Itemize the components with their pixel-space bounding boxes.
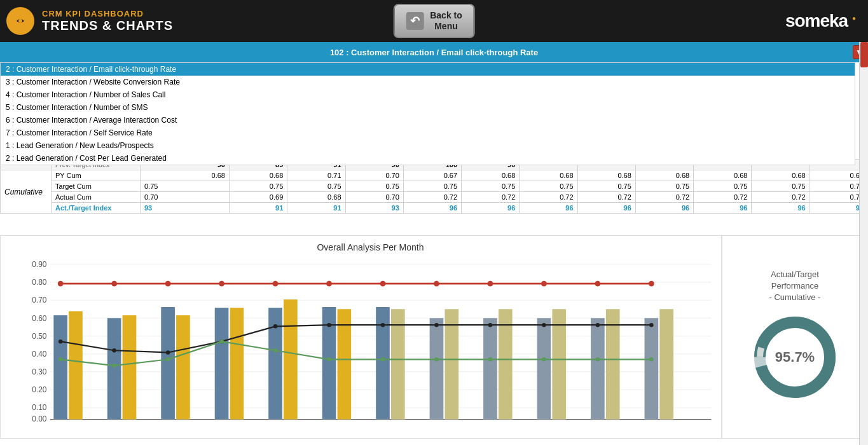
cell-idx-4: 93 — [345, 203, 403, 214]
cell-py-3: 0.71 — [287, 170, 345, 181]
table-row-index: Act./Target Index 93 91 91 93 96 96 96 9… — [1, 203, 868, 214]
cell-tc-9: 0.75 — [635, 181, 693, 192]
cell-ac-1: 0.70 — [141, 192, 230, 203]
svg-text:0.90: 0.90 — [32, 260, 47, 269]
dot-red-2 — [111, 281, 117, 287]
bar-py-oct — [537, 318, 551, 419]
cell-tc-10: 0.75 — [694, 181, 752, 192]
dot-black-2 — [112, 348, 116, 353]
cell-target-cum-label: Target Cum — [52, 181, 141, 192]
dropdown-item-3[interactable]: 5 : Customer Interaction / Number of SMS — [1, 101, 855, 114]
dot-red-4 — [219, 281, 224, 287]
dot-red-3 — [165, 281, 171, 287]
dot-red-11 — [595, 281, 601, 287]
dropdown-item-0[interactable]: 2 : Customer Interaction / Email click-t… — [1, 63, 855, 76]
back-btn-label: Back toMenu — [430, 10, 462, 32]
cell-py-9: 0.68 — [635, 170, 693, 181]
bar-target-dec — [659, 309, 673, 419]
dot-black-1 — [59, 339, 62, 344]
dropdown-menu: 2 : Customer Interaction / Email click-t… — [0, 62, 855, 165]
cell-tc-3: 0.75 — [287, 181, 345, 192]
dropdown-item-7[interactable]: 2 : Lead Generation / Cost Per Lead Gene… — [1, 152, 855, 165]
dropdown-item-5[interactable]: 7 : Customer Interaction / Self Service … — [1, 127, 855, 139]
cell-py-4: 0.70 — [345, 170, 403, 181]
svg-text:0.50: 0.50 — [32, 332, 47, 341]
svg-text:0.20: 0.20 — [32, 385, 47, 394]
cell-ac-3: 0.68 — [287, 192, 345, 203]
bar-target-may — [284, 299, 298, 419]
dot-black-7 — [381, 323, 385, 327]
cell-py-1: 0.68 — [141, 170, 230, 181]
cell-py-8: 0.68 — [577, 170, 635, 181]
back-arrow-icon: ↶ — [406, 12, 424, 30]
dropdown-item-2[interactable]: 4 : Customer Interaction / Number of Sal… — [1, 88, 855, 101]
bar-py-jan — [53, 315, 67, 420]
dot-green-6 — [327, 357, 331, 362]
cell-ac-4: 0.70 — [345, 192, 403, 203]
bar-py-feb — [107, 318, 121, 419]
svg-point-1 — [18, 19, 22, 23]
cell-tc-8: 0.75 — [577, 181, 635, 192]
cell-ac-7: 0.72 — [520, 192, 577, 203]
svg-text:0.00: 0.00 — [32, 414, 47, 423]
bar-py-dec — [645, 318, 659, 419]
svg-text:0.80: 0.80 — [32, 278, 47, 287]
dot-green-5 — [273, 348, 277, 353]
dropdown-item-6[interactable]: 1 : Lead Generation / New Leads/Prospect… — [1, 139, 855, 152]
cell-ac-2: 0.69 — [230, 192, 287, 203]
bar-py-nov — [591, 318, 605, 419]
cell-ac-11: 0.72 — [752, 192, 809, 203]
cell-idx-5: 96 — [403, 203, 461, 214]
chart-svg: 0.90 0.80 0.70 0.60 0.50 0.40 0.30 0.20 … — [26, 257, 715, 423]
dot-black-3 — [166, 350, 170, 355]
cell-ac-8: 0.72 — [577, 192, 635, 203]
someka-logo: someka ● — [785, 11, 855, 31]
dropdown-item-4[interactable]: 6 : Customer Interaction / Average Inter… — [1, 114, 855, 127]
dot-green-1 — [59, 357, 62, 362]
cell-tc-11: 0.75 — [752, 181, 809, 192]
dot-green-3 — [166, 357, 170, 362]
back-to-menu-button[interactable]: ↶ Back toMenu — [393, 4, 475, 38]
donut-title: Actual/TargetPerformance- Cumulative - — [769, 269, 821, 304]
table-row-actual-cum: Actual Cum 0.70 0.69 0.68 0.70 0.72 0.72… — [1, 192, 868, 203]
cell-tc-4: 0.75 — [345, 181, 403, 192]
cell-tc-6: 0.75 — [462, 181, 520, 192]
dot-red-6 — [326, 281, 332, 287]
header: CRM KPI DASHBOARD TRENDS & CHARTS ↶ Back… — [0, 0, 868, 42]
table-row-py-cum: Cumulative PY Cum 0.68 0.68 0.71 0.70 0.… — [1, 170, 868, 181]
dot-black-10 — [542, 323, 546, 327]
cell-py-cum-label: PY Cum — [52, 170, 141, 181]
cell-idx-6: 96 — [462, 203, 520, 214]
dot-red-9 — [488, 281, 493, 287]
dot-green-4 — [219, 339, 223, 344]
bar-py-mar — [161, 307, 175, 420]
donut-container: 95.7% — [747, 310, 843, 405]
data-table: Prev. Target Index 90 89 91 90 100 90 Cu… — [0, 159, 868, 214]
logo-circle — [6, 7, 34, 35]
dot-green-7 — [381, 357, 385, 362]
donut-center-value: 95.7% — [775, 349, 815, 366]
svg-text:0.60: 0.60 — [32, 314, 47, 323]
cell-py-2: 0.68 — [230, 170, 287, 181]
cell-idx-8: 96 — [577, 203, 635, 214]
dot-black-6 — [327, 323, 331, 327]
svg-text:0.40: 0.40 — [32, 350, 47, 359]
dot-black-12 — [649, 323, 653, 327]
cell-idx-1: 93 — [141, 203, 230, 214]
cell-ac-9: 0.72 — [635, 192, 693, 203]
cell-idx-7: 96 — [520, 203, 577, 214]
header-titles: CRM KPI DASHBOARD TRENDS & CHARTS — [42, 9, 173, 33]
dot-red-5 — [273, 281, 279, 287]
cell-idx-11: 96 — [752, 203, 809, 214]
table-row-target-cum: Target Cum 0.75 0.75 0.75 0.75 0.75 0.75… — [1, 181, 868, 192]
bar-target-feb — [123, 315, 137, 420]
scrollbar-track[interactable] — [859, 42, 868, 445]
cell-ac-6: 0.72 — [462, 192, 520, 203]
chart-area: Overall Analysis Per Month 0.90 0.80 0.7… — [0, 235, 722, 439]
scrollbar-thumb[interactable] — [860, 42, 868, 67]
dot-black-8 — [434, 323, 438, 327]
cell-py-5: 0.67 — [403, 170, 461, 181]
dropdown-item-1[interactable]: 3 : Customer Interaction / Website Conve… — [1, 76, 855, 88]
cell-index-label: Act./Target Index — [52, 203, 141, 214]
dropdown-selected-label: 102 : Customer Interaction / Email click… — [6, 48, 862, 57]
